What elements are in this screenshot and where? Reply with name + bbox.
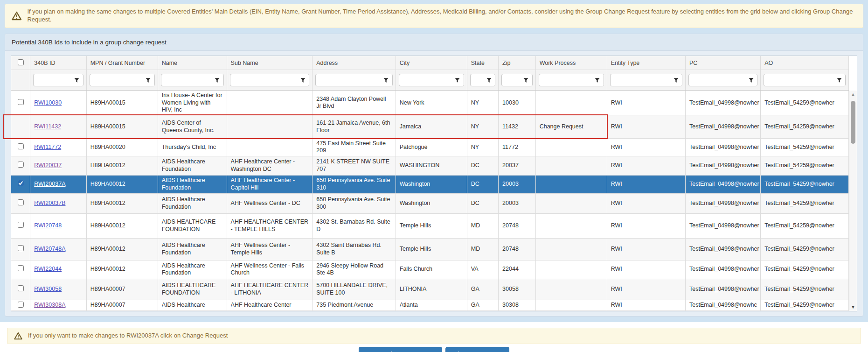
- filter-input-zip[interactable]: [502, 74, 520, 86]
- filter-funnel-icon: [383, 77, 389, 83]
- cell-text: AIDS Healthcare Foundation: [162, 177, 205, 190]
- cell-city: New York: [396, 91, 467, 115]
- cell-text: 650 Pennsylvania Ave. Suite 300: [316, 196, 390, 210]
- cell-text: NY: [471, 144, 479, 150]
- entity-id-link[interactable]: RWI22044: [34, 266, 62, 272]
- column-header-city[interactable]: City: [396, 56, 467, 70]
- group-change-panel: Potential 340B Ids to include in a group…: [5, 34, 863, 317]
- filter-button-name[interactable]: [211, 74, 223, 86]
- filter-button-zip[interactable]: [520, 74, 532, 86]
- filter-input-state[interactable]: [471, 74, 483, 86]
- cell-entityType: RWI: [607, 91, 685, 115]
- entity-id-link[interactable]: RWI30058: [34, 286, 62, 292]
- column-header-ao[interactable]: AO: [761, 56, 849, 70]
- entity-id-link[interactable]: RWI30308A: [34, 302, 65, 308]
- column-header-workProcess[interactable]: Work Process: [535, 56, 607, 70]
- filter-input-pc[interactable]: [689, 74, 745, 86]
- cell-address: 650 Pennsylvania Ave. Suite 310: [312, 175, 396, 193]
- column-header-state[interactable]: State: [467, 56, 498, 70]
- scroll-down-button[interactable]: ▼: [849, 303, 857, 311]
- row-checkbox[interactable]: [18, 180, 24, 186]
- filter-button-subName[interactable]: [297, 74, 309, 86]
- cell-pc: TestEmail_04998@nowher: [686, 115, 761, 139]
- scroll-thumb[interactable]: [851, 101, 855, 144]
- cell-text: Iris House- A Center for Women Living wi…: [162, 92, 222, 113]
- filter-input-mpn[interactable]: [90, 74, 142, 86]
- cell-sel: [11, 91, 30, 115]
- filter-input-subName[interactable]: [230, 74, 297, 86]
- group-change-request-button[interactable]: Group Change Request: [359, 347, 443, 352]
- row-checkbox[interactable]: [18, 143, 24, 149]
- cell-text: AIDS Center of Queens County, Inc.: [162, 120, 215, 133]
- filter-input-city[interactable]: [399, 74, 451, 86]
- row-checkbox[interactable]: [18, 285, 24, 291]
- cell-text: DC: [471, 162, 479, 169]
- filter-input-ao[interactable]: [764, 74, 833, 86]
- cell-subName: AHF Healthcare Center: [227, 300, 312, 310]
- cell-text: 475 East Main Street Suite 209: [316, 140, 386, 154]
- cell-text: 30058: [502, 286, 519, 292]
- filter-input-address[interactable]: [316, 74, 380, 86]
- cell-text: 20748: [502, 246, 519, 252]
- cell-text: Washington: [400, 181, 431, 187]
- entity-id-link[interactable]: RWI10030: [34, 99, 62, 106]
- cell-text: GA: [471, 286, 479, 292]
- filter-input-entityType[interactable]: [611, 74, 670, 86]
- row-checkbox[interactable]: [18, 222, 24, 228]
- cell-entityType: RWI: [607, 193, 685, 213]
- filter-button-id[interactable]: [71, 74, 83, 86]
- vertical-scrollbar[interactable]: ▲ ▼: [849, 91, 857, 311]
- cell-text: Temple Hills: [400, 222, 431, 229]
- cell-text: TestEmail_04998@nowher: [689, 162, 759, 169]
- column-header-mpn[interactable]: MPN / Grant Number: [86, 56, 158, 70]
- filter-button-pc[interactable]: [745, 74, 757, 86]
- row-checkbox[interactable]: [18, 245, 24, 251]
- filter-input-name[interactable]: [161, 74, 211, 86]
- entity-id-link[interactable]: RWI20037A: [34, 181, 65, 187]
- filter-button-ao[interactable]: [833, 74, 845, 86]
- filter-cell-pc: [686, 70, 761, 91]
- cell-text: AHF Healthcare Center - Washington DC: [231, 158, 295, 172]
- cell-city: Falls Church: [396, 260, 467, 279]
- filter-input-workProcess[interactable]: [539, 74, 591, 86]
- cell-ao: TestEmail_54259@nowher: [761, 91, 849, 115]
- entity-id-link[interactable]: RWI20037B: [34, 200, 65, 206]
- filter-button-state[interactable]: [483, 74, 495, 86]
- table-row: RWI20748H89HA00012AIDS HEALTHCARE FOUNDA…: [11, 213, 849, 238]
- cell-text: 2141 K STREET NW SUITE 707: [316, 158, 389, 172]
- filter-button-mpn[interactable]: [142, 74, 154, 86]
- cell-id: RWI20037: [30, 156, 86, 175]
- scroll-up-button[interactable]: ▲: [849, 91, 857, 98]
- cell-subName: [227, 115, 312, 139]
- filter-button-city[interactable]: [451, 74, 464, 86]
- column-header-entityType[interactable]: Entity Type: [607, 56, 685, 70]
- column-header-zip[interactable]: Zip: [499, 56, 536, 70]
- entity-id-link[interactable]: RWI11432: [34, 123, 61, 130]
- row-checkbox[interactable]: [18, 162, 24, 168]
- entity-id-link[interactable]: RWI11772: [34, 144, 61, 150]
- row-checkbox[interactable]: [18, 199, 24, 205]
- cell-address: 5700 HILLANDALE DRIVE, SUITE 100: [312, 279, 396, 300]
- filter-button-workProcess[interactable]: [591, 74, 604, 86]
- select-all-checkbox[interactable]: [18, 59, 24, 65]
- filter-button-entityType[interactable]: [670, 74, 682, 86]
- entity-id-link[interactable]: RWI20748: [34, 222, 62, 229]
- column-header-select[interactable]: [11, 56, 30, 70]
- change-request-button[interactable]: Change Request: [445, 347, 509, 352]
- column-header-address[interactable]: Address: [312, 56, 396, 70]
- row-checkbox[interactable]: [18, 265, 24, 271]
- entity-id-link[interactable]: RWI20037: [34, 162, 62, 169]
- cell-text: RWI: [611, 144, 622, 150]
- cell-text: RWI: [611, 266, 622, 272]
- column-header-subName[interactable]: Sub Name: [227, 56, 312, 70]
- column-header-id[interactable]: 340B ID: [30, 56, 86, 70]
- column-header-pc[interactable]: PC: [686, 56, 761, 70]
- column-header-name[interactable]: Name: [158, 56, 227, 70]
- cell-text: AIDS HEALTHCARE FOUNDATION: [162, 282, 216, 296]
- entity-id-link[interactable]: RWI20748A: [34, 246, 65, 252]
- cell-text: 30308: [502, 302, 519, 308]
- filter-button-address[interactable]: [380, 74, 392, 86]
- filter-input-id[interactable]: [34, 74, 70, 86]
- row-checkbox[interactable]: [18, 99, 24, 105]
- row-checkbox[interactable]: [18, 302, 24, 308]
